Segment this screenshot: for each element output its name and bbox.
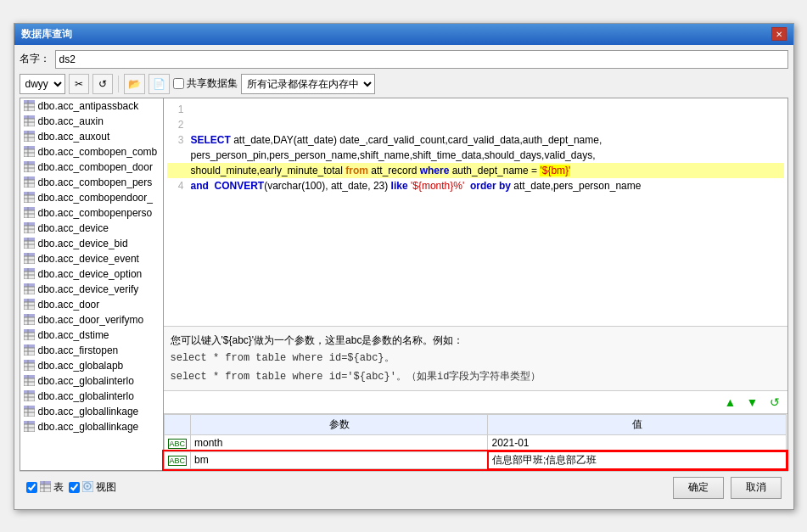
list-item[interactable]: dbo.acc_dstime xyxy=(20,328,163,343)
list-item-label: dbo.acc_combopen_pers xyxy=(38,176,153,188)
list-item-label: dbo.acc_device_bid xyxy=(38,238,128,249)
sql-line-3b: pers_person_pin,pers_person_name,shift_n… xyxy=(167,148,784,163)
datasource-select[interactable]: dwyy xyxy=(20,74,65,94)
svg-rect-6 xyxy=(24,115,35,119)
params-table: 参数 值 ABC xyxy=(164,414,787,470)
view-check-label[interactable]: 视图 xyxy=(69,480,116,495)
list-item-label: dbo.acc_antipassback xyxy=(38,100,139,112)
param-value-input-bm[interactable] xyxy=(492,455,782,467)
list-item[interactable]: dbo.acc_device xyxy=(20,221,163,236)
list-item[interactable]: dbo.acc_firstopen xyxy=(20,343,163,358)
memory-select[interactable]: 所有记录都保存在内存中 xyxy=(241,74,375,94)
list-item[interactable]: dbo.acc_device_verify xyxy=(20,282,163,297)
list-item[interactable]: dbo.acc_combopen_comb xyxy=(20,144,163,160)
svg-point-117 xyxy=(86,484,88,487)
table-icon xyxy=(24,299,36,311)
param-name-month[interactable] xyxy=(191,435,488,452)
list-item[interactable]: dbo.acc_globalinterlo xyxy=(20,373,163,389)
share-checkbox-input[interactable] xyxy=(173,78,184,89)
svg-rect-46 xyxy=(24,238,35,241)
list-item[interactable]: dbo.acc_door_verifymo xyxy=(20,312,163,328)
param-name-bm[interactable] xyxy=(191,451,488,469)
table-icon xyxy=(24,360,36,372)
svg-rect-16 xyxy=(24,146,35,149)
svg-rect-61 xyxy=(24,283,35,287)
list-item[interactable]: dbo.acc_combopen_door xyxy=(20,160,163,175)
cut-button[interactable]: ✂ xyxy=(69,74,89,94)
param-type-icon-month: ABC xyxy=(164,435,191,452)
view-check-text: 视图 xyxy=(96,480,116,495)
list-item-label: dbo.acc_device xyxy=(38,222,109,234)
content-area: 名字： dwyy ✂ ↺ 📂 📄 共享数据集 所有记录都保存在内存中 xyxy=(14,45,793,509)
param-value-month[interactable] xyxy=(488,435,787,452)
list-item[interactable]: dbo.acc_device_option xyxy=(20,266,163,282)
list-item[interactable]: dbo.acc_device_event xyxy=(20,251,163,266)
view-checkbox[interactable] xyxy=(69,482,80,493)
bottom-bar: 表 视图 确定 取消 xyxy=(20,471,788,504)
close-button[interactable]: ✕ xyxy=(771,27,787,41)
svg-rect-56 xyxy=(24,268,35,272)
param-value-bm[interactable] xyxy=(488,451,787,469)
ok-button[interactable]: 确定 xyxy=(673,477,724,499)
params-down-button[interactable]: ▼ xyxy=(743,393,762,412)
params-up-button[interactable]: ▲ xyxy=(721,393,740,412)
svg-rect-31 xyxy=(24,192,35,195)
svg-rect-81 xyxy=(24,344,35,348)
list-item[interactable]: dbo.acc_combopenperso xyxy=(20,205,163,221)
table-check-text: 表 xyxy=(53,480,64,495)
table-icon xyxy=(24,283,36,295)
list-item[interactable]: dbo.acc_combopen_pers xyxy=(20,175,163,190)
table-icon xyxy=(24,161,36,173)
param-name-input-bm[interactable] xyxy=(194,454,484,466)
main-window: 数据库查询 ✕ 名字： dwyy ✂ ↺ 📂 📄 共享数据集 所有记录都保 xyxy=(14,23,794,510)
list-item-label: dbo.acc_dstime xyxy=(38,329,109,341)
list-item[interactable]: dbo.acc_globalapb xyxy=(20,358,163,373)
param-value-input-month[interactable] xyxy=(491,437,782,449)
svg-rect-26 xyxy=(24,176,35,180)
table-icon xyxy=(24,421,36,433)
hint-line3: select * from table where id='${abc}'。（如… xyxy=(171,367,781,385)
table-icon xyxy=(24,131,36,143)
name-row: 名字： xyxy=(20,50,788,69)
table-icon xyxy=(24,115,36,127)
table-icon xyxy=(24,329,36,341)
open-file-button[interactable]: 📂 xyxy=(124,74,145,94)
table-checkbox[interactable] xyxy=(26,482,37,493)
list-item[interactable]: dbo.acc_door xyxy=(20,297,163,312)
sql-line-2: 2 xyxy=(167,117,784,132)
table-icon xyxy=(24,314,36,326)
list-item[interactable]: dbo.acc_antipassback xyxy=(20,98,163,114)
sql-line-4: 4 and CONVERT(varchar(100), att_date, 23… xyxy=(167,178,784,193)
list-item[interactable]: dbo.acc_combopendoor_ xyxy=(20,190,163,205)
params-refresh-button[interactable]: ↺ xyxy=(765,393,784,412)
list-item-label: dbo.acc_globalinterlo xyxy=(38,375,134,387)
param-name-input-month[interactable] xyxy=(194,437,484,449)
sql-editor[interactable]: 1 2 3 SELECT att_date,DAY(att_date) date… xyxy=(164,98,787,327)
table-icon xyxy=(24,192,36,204)
sql-line-1: 1 xyxy=(167,102,784,117)
svg-rect-86 xyxy=(24,360,35,363)
table-icon xyxy=(24,100,36,112)
name-input[interactable] xyxy=(55,50,788,69)
svg-rect-76 xyxy=(24,329,35,333)
svg-rect-91 xyxy=(24,375,35,378)
table-check-label[interactable]: 表 xyxy=(26,480,64,495)
list-item[interactable]: dbo.acc_globalinterlo xyxy=(20,389,163,404)
table-icon xyxy=(24,344,36,356)
list-item-label: dbo.acc_globallinkage xyxy=(38,406,139,417)
new-file-button[interactable]: 📄 xyxy=(149,74,170,94)
cancel-button[interactable]: 取消 xyxy=(731,477,782,499)
share-checkbox-label[interactable]: 共享数据集 xyxy=(173,76,238,91)
list-item[interactable]: dbo.acc_globallinkage xyxy=(20,419,163,434)
window-title: 数据库查询 xyxy=(21,27,72,42)
svg-rect-1 xyxy=(24,100,35,104)
title-bar: 数据库查询 ✕ xyxy=(14,24,793,45)
list-item-label: dbo.acc_auxout xyxy=(38,131,110,143)
refresh-button[interactable]: ↺ xyxy=(92,74,113,94)
list-item[interactable]: dbo.acc_auxout xyxy=(20,129,163,144)
table-icon xyxy=(24,222,36,234)
bottom-left: 表 视图 xyxy=(26,480,116,495)
list-item[interactable]: dbo.acc_globallinkage xyxy=(20,404,163,419)
list-item[interactable]: dbo.acc_auxin xyxy=(20,114,163,129)
list-item[interactable]: dbo.acc_device_bid xyxy=(20,236,163,251)
